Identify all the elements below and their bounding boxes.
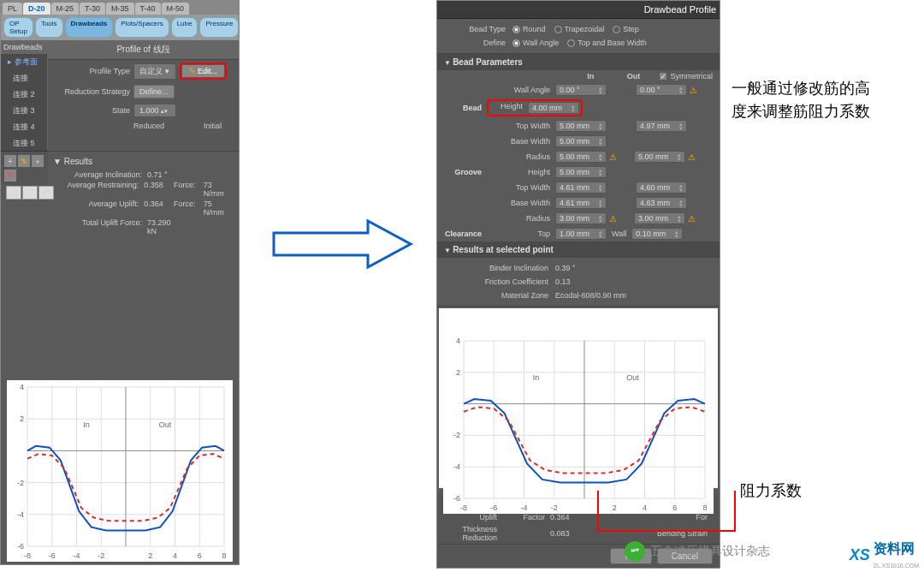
svg-text:4: 4 — [456, 337, 460, 345]
tab-t-30[interactable]: T-30 — [80, 3, 105, 15]
tab-m-50[interactable]: M-50 — [162, 3, 190, 15]
sidebar-item[interactable]: 连接 — [1, 70, 47, 86]
svg-text:-2: -2 — [551, 503, 558, 512]
tab-m-35[interactable]: M-35 — [106, 3, 134, 15]
pill-tools[interactable]: Tools — [35, 17, 63, 38]
symmetrical-toggle[interactable]: ✓Symmetrical — [659, 72, 713, 80]
spinner-in[interactable]: 5.00 mm▴▾ — [555, 120, 607, 132]
spinner-out[interactable]: 4.60 mm▴▾ — [636, 182, 687, 194]
result-row: Average Restraining:0.358Force:73 N/mm — [53, 180, 234, 199]
sidebar-item[interactable]: 连接 5 — [1, 135, 47, 152]
radio-round[interactable]: Round — [512, 25, 546, 33]
svg-text:-4: -4 — [73, 551, 80, 560]
pill-plotsspacers[interactable]: Plots/Spacers — [115, 17, 169, 38]
svg-text:2: 2 — [148, 551, 152, 560]
sidebar-toolbar: + ✎ ▪ ✕ — [1, 151, 48, 185]
radio-wallangle[interactable]: Wall Angle — [512, 39, 559, 47]
results-selected-header[interactable]: Results at selected point — [437, 241, 720, 258]
svg-text:-4: -4 — [17, 510, 24, 519]
edit-button[interactable]: ✎Edit... — [182, 65, 224, 77]
warning-icon: ⚠ — [690, 86, 697, 95]
profile-chart-right: -8-6-4-22468-6-4-224InOut — [443, 334, 714, 514]
sidebar-item[interactable]: 连接 3 — [1, 103, 47, 119]
sidebar-item[interactable]: 连接 2 — [1, 86, 47, 103]
spinner-out[interactable]: 3.00 mm▴▾ — [634, 212, 685, 224]
spinner-out[interactable]: 5.00 mm▴▾ — [634, 151, 685, 163]
red-leader-line — [734, 491, 736, 532]
svg-text:-2: -2 — [453, 431, 460, 439]
define-row: Define Wall AngleTop and Base Width — [444, 36, 713, 50]
spinner-out[interactable]: 4.97 mm▴▾ — [636, 120, 687, 132]
state-spinner[interactable]: 1.000 ▴▾ — [133, 104, 176, 117]
pill-pressure[interactable]: Pressure — [199, 17, 239, 38]
sidebar-item[interactable]: 连接 4 — [1, 119, 47, 135]
param-row: ClearanceTop1.00 mm▴▾Wall0.10 mm▴▾ — [437, 226, 720, 241]
svg-text:6: 6 — [672, 503, 677, 512]
red-leader-line — [597, 491, 599, 530]
reduced-label: Reduced — [133, 122, 164, 130]
param-row: Radius5.00 mm▴▾⚠5.00 mm▴▾⚠ — [437, 149, 720, 164]
spinner-in[interactable]: 3.00 mm▴▾ — [555, 212, 607, 224]
spinner-in[interactable]: 0.00 °▴▾ — [555, 84, 607, 96]
radio-topandbasewidth[interactable]: Top and Base Width — [567, 39, 647, 47]
site-watermark: XS 资料网 ZL.XS1616.COM — [850, 540, 919, 570]
spinner-in[interactable]: 5.00 mm▴▾ — [555, 135, 607, 147]
pill-lube[interactable]: Lube — [171, 17, 198, 38]
param-row: Top Width4.61 mm▴▾4.60 mm▴▾ — [437, 180, 720, 195]
view-toggle: ▢ ⌒ ↶ — [6, 186, 54, 200]
view-3d-button[interactable]: ▢ — [6, 186, 21, 200]
results-section: ▼ Results Average Inclination:0.71 °Aver… — [48, 151, 239, 241]
tab-pl[interactable]: PL — [3, 3, 22, 15]
tab-m-25[interactable]: M-25 — [51, 3, 80, 15]
spinner-in[interactable]: 4.61 mm▴▾ — [555, 197, 607, 209]
edit-icon[interactable]: ✎ — [18, 155, 30, 167]
svg-text:8: 8 — [222, 551, 226, 560]
param-column-headers: In Out ✓Symmetrical — [437, 70, 720, 82]
param-row: Base Width5.00 mm▴▾ — [437, 134, 720, 149]
pill-drawbeads[interactable]: Drawbeads — [65, 17, 114, 38]
tool-icon[interactable]: ▪ — [32, 155, 44, 167]
drawbeads-sidebar: Drawbeads ▸ 参考面连接连接 2连接 3连接 4连接 5 — [1, 40, 48, 152]
profile-type-dropdown[interactable]: 自定义 ▾ — [133, 63, 176, 80]
spinner-out[interactable]: 0.10 mm▴▾ — [631, 228, 683, 240]
wechat-watermark: ❝❞ 五金冲压模具设计杂志 — [625, 541, 770, 562]
param-row: Radius3.00 mm▴▾⚠3.00 mm▴▾⚠ — [437, 211, 720, 226]
results-header: ▼ Results — [53, 157, 234, 166]
result-row: Friction Coefficient0.13 — [444, 275, 713, 289]
bead-parameters-header[interactable]: Bead Parameters — [437, 54, 720, 70]
svg-text:-6: -6 — [17, 542, 24, 551]
spinner-in[interactable]: 5.00 mm▴▾ — [555, 166, 607, 178]
pill-opsetup[interactable]: OP Setup — [3, 17, 33, 38]
spinner-in[interactable]: 1.00 mm▴▾ — [555, 228, 607, 240]
param-row: Top Width5.00 mm▴▾4.97 mm▴▾ — [437, 118, 720, 134]
svg-text:-6: -6 — [490, 503, 497, 512]
svg-text:8: 8 — [702, 503, 707, 512]
profile-type-row: Profile Type 自定义 ▾ ✎Edit... — [48, 60, 239, 82]
sidebar-item[interactable]: ▸ 参考面 — [1, 54, 47, 70]
spinner-in[interactable]: 4.61 mm▴▾ — [555, 182, 607, 194]
radio-trapezoidal[interactable]: Trapezoidal — [554, 25, 605, 33]
warning-icon: ⚠ — [609, 152, 617, 162]
spinner-in[interactable]: 4.00 mm▴▾ — [528, 102, 579, 114]
warning-icon: ⚠ — [688, 152, 696, 162]
view-curve-button[interactable]: ⌒ — [22, 186, 38, 200]
svg-text:-6: -6 — [49, 551, 56, 560]
spinner-in[interactable]: 5.00 mm▴▾ — [555, 151, 607, 163]
tab-d-20[interactable]: D-20 — [23, 3, 50, 15]
spinner-out[interactable]: 4.63 mm▴▾ — [636, 197, 687, 209]
radio-step[interactable]: Step — [613, 25, 639, 33]
define-radios: Wall AngleTop and Base Width — [512, 39, 647, 47]
logo-icon: XS — [850, 546, 870, 564]
profile-panel: Profile of 线段 Profile Type 自定义 ▾ ✎Edit..… — [48, 40, 239, 152]
result-row: Binder Inclination0.39 ° — [444, 261, 713, 275]
spinner-out[interactable]: 0.00 °▴▾ — [636, 84, 687, 96]
svg-text:4: 4 — [643, 503, 647, 512]
svg-text:-6: -6 — [453, 494, 460, 503]
state-row: State 1.000 ▴▾ — [48, 101, 239, 120]
delete-icon[interactable]: ✕ — [4, 170, 16, 182]
add-icon[interactable]: + — [4, 155, 16, 167]
tab-t-40[interactable]: T-40 — [135, 3, 161, 15]
svg-text:-8: -8 — [460, 503, 467, 512]
reduction-define-button[interactable]: Define... — [133, 85, 175, 98]
edit-highlight: ✎Edit... — [180, 63, 227, 80]
